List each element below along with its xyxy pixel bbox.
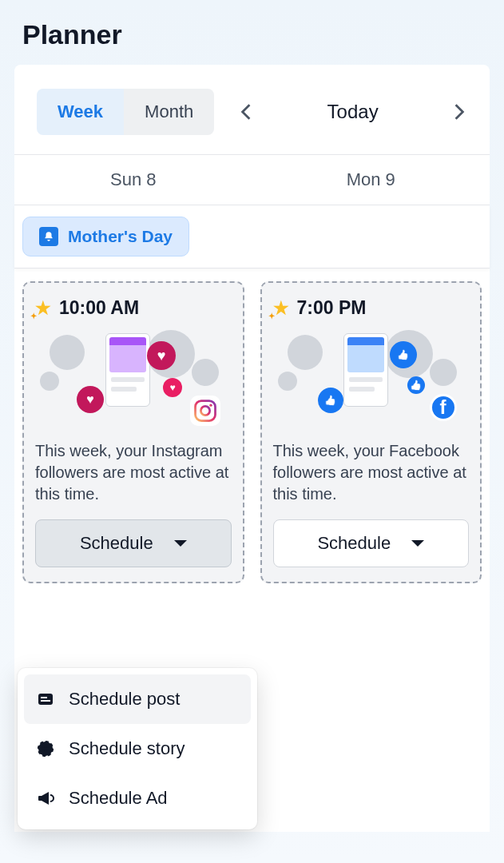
- schedule-dropdown: Schedule post Schedule story Schedule Ad: [18, 668, 257, 829]
- card-time: ★ 10:00 AM: [35, 297, 232, 319]
- schedule-button-label: Schedule: [80, 533, 153, 554]
- facebook-illustration: f: [273, 330, 470, 434]
- schedule-button[interactable]: Schedule: [273, 519, 470, 567]
- svg-rect-3: [38, 694, 53, 705]
- toolbar: Week Month Today: [14, 65, 490, 155]
- suggestion-card-facebook: ★ 7:00 PM f This week, your Facebook fol…: [260, 281, 482, 583]
- facebook-icon: f: [430, 394, 457, 421]
- event-mothers-day[interactable]: Mother's Day: [22, 217, 189, 257]
- dropdown-schedule-post[interactable]: Schedule post: [24, 674, 251, 724]
- today-button[interactable]: Today: [278, 101, 427, 123]
- all-day-row: Mother's Day: [14, 205, 490, 268]
- caret-down-icon: [411, 540, 424, 547]
- card-description: This week, your Facebook followers are m…: [273, 440, 470, 505]
- next-arrow-button[interactable]: [451, 104, 467, 120]
- schedule-button-label: Schedule: [317, 533, 391, 554]
- star-icon: ★: [273, 298, 289, 319]
- caret-down-icon: [174, 540, 187, 547]
- star-icon: ★: [35, 298, 51, 319]
- svg-rect-5: [41, 700, 50, 702]
- dropdown-label: Schedule story: [69, 738, 185, 759]
- view-month-button[interactable]: Month: [124, 89, 214, 135]
- chevron-right-icon: [454, 103, 465, 121]
- card-time-text: 7:00 PM: [297, 297, 367, 319]
- day-header-sun: Sun 8: [14, 155, 252, 205]
- dropdown-schedule-ad[interactable]: Schedule Ad: [24, 774, 251, 823]
- dropdown-label: Schedule Ad: [69, 788, 168, 809]
- suggestion-card-instagram: ★ 10:00 AM This week,: [22, 281, 244, 583]
- instagram-illustration: [35, 330, 232, 434]
- page-title: Planner: [0, 0, 504, 65]
- prev-arrow-button[interactable]: [238, 104, 254, 120]
- suggestion-cards: ★ 10:00 AM This week,: [14, 268, 490, 596]
- dropdown-label: Schedule post: [69, 689, 180, 710]
- view-week-button[interactable]: Week: [37, 89, 124, 135]
- schedule-button[interactable]: Schedule: [35, 519, 232, 567]
- story-icon: [35, 739, 56, 758]
- chevron-left-icon: [240, 103, 252, 121]
- svg-rect-0: [196, 401, 216, 421]
- card-time: ★ 7:00 PM: [273, 297, 470, 319]
- svg-point-2: [209, 404, 212, 407]
- svg-point-1: [200, 406, 209, 415]
- card-time-text: 10:00 AM: [59, 297, 139, 319]
- dropdown-schedule-story[interactable]: Schedule story: [24, 724, 251, 774]
- card-description: This week, your Instagram followers are …: [35, 440, 232, 505]
- day-header-mon: Mon 9: [252, 155, 490, 205]
- bell-icon: [39, 227, 58, 246]
- day-headers: Sun 8 Mon 9: [14, 155, 490, 205]
- post-icon: [35, 690, 56, 709]
- svg-rect-4: [41, 697, 47, 698]
- event-label: Mother's Day: [68, 227, 173, 246]
- megaphone-icon: [35, 789, 56, 808]
- instagram-icon: [190, 396, 220, 426]
- view-toggle: Week Month: [37, 89, 214, 135]
